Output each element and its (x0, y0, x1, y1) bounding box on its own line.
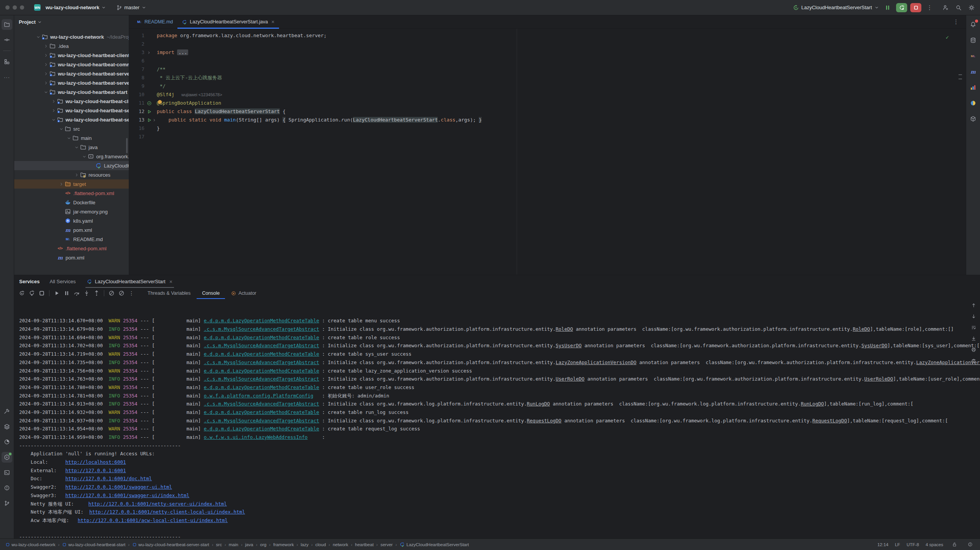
close-window-icon[interactable] (5, 5, 10, 10)
breadcrumb-item[interactable]: server (381, 542, 393, 547)
run-configuration-selector[interactable]: LazyCloudHeartbeatServerStart (793, 5, 879, 11)
tool-stripe-structure-button[interactable] (2, 56, 12, 67)
tool-stripe-version-control-button[interactable] (2, 498, 12, 509)
tool-stripe-charts-plugin-button[interactable] (968, 82, 978, 93)
logger-link[interactable]: e.d.p.m.d.LazyOperationMethodCreateTable (204, 318, 319, 323)
logger-link[interactable]: e.d.p.m.d.LazyOperationMethodCreateTable (204, 335, 319, 340)
tree-expand-icon[interactable] (43, 80, 49, 85)
close-icon[interactable]: × (169, 279, 172, 285)
add-user-button[interactable] (941, 3, 950, 12)
tree-expand-icon[interactable] (43, 44, 49, 49)
tree-row[interactable]: main (14, 133, 129, 143)
run-method-icon[interactable] (147, 118, 152, 123)
tool-stripe-services-button[interactable] (2, 452, 12, 463)
logger-link[interactable]: .c.s.m.MysqlSourceAdvancedTargetAbstract (204, 360, 319, 365)
services-title[interactable]: Services (19, 279, 40, 284)
window-controls[interactable] (5, 5, 27, 10)
error-stripe-mark[interactable] (959, 79, 962, 79)
tree-expand-icon[interactable] (43, 62, 49, 67)
status-caret-position[interactable]: 12:14 (877, 542, 888, 547)
breadcrumb-item[interactable]: cloud (315, 542, 326, 547)
tree-row[interactable]: org.framework.lazy.c (14, 152, 129, 161)
breadcrumb-item[interactable]: org (260, 542, 266, 547)
tool-stripe-dependencies-button[interactable] (968, 113, 978, 124)
breadcrumb-item[interactable]: wu-lazy-cloud-heartbeat-server-start (132, 542, 209, 547)
tree-row[interactable]: .idea (14, 41, 129, 51)
tree-row[interactable]: wu-lazy-cloud-heartbeat-serv (14, 115, 129, 124)
tree-row[interactable]: wu-lazy-cloud-heartbeat-clien (14, 97, 129, 106)
url-link[interactable]: http://127.0.0.1:6001/swagger-ui/index.h… (65, 493, 189, 498)
tree-row[interactable]: wu-lazy-cloud-heartbeat-server (14, 69, 129, 78)
status-line-ending[interactable]: LF (895, 542, 900, 547)
tree-collapse-icon[interactable] (35, 34, 42, 39)
tool-stripe-python-plugin-button[interactable] (968, 98, 978, 108)
tree-collapse-icon[interactable] (58, 126, 65, 131)
tool-stripe-terminal-button[interactable] (2, 467, 12, 478)
tab-actuator[interactable]: Actuator (226, 288, 262, 299)
maximize-window-icon[interactable] (20, 5, 24, 10)
tree-expand-icon[interactable] (43, 71, 49, 76)
fold-icon[interactable] (152, 118, 156, 122)
tree-collapse-icon[interactable] (66, 136, 72, 141)
logger-link[interactable]: .c.s.m.MysqlSourceAdvancedTargetAbstract (204, 418, 319, 424)
tool-stripe-database-button[interactable] (968, 35, 978, 46)
tool-stripe-profiler-button[interactable] (2, 437, 12, 447)
breadcrumb-item[interactable]: heartbeat (355, 542, 374, 547)
tree-row[interactable]: </>.flattened-pom.xml (14, 189, 129, 198)
url-link[interactable]: http://127.0.0.1:6001/netty-server-ui/in… (89, 501, 227, 507)
spring-bean-icon[interactable] (147, 101, 152, 106)
logger-link[interactable]: .c.s.m.MysqlSourceAdvancedTargetAbstract (204, 376, 319, 382)
tool-stripe-project-button[interactable] (2, 19, 12, 30)
tree-row[interactable]: java (14, 143, 129, 152)
url-link[interactable]: http://127.0.0.1:6001/swagger-ui.html (65, 484, 172, 490)
logger-link[interactable]: .c.s.m.MysqlSourceAdvancedTargetAbstract (204, 401, 319, 407)
tab-console[interactable]: Console (197, 288, 225, 299)
logger-link[interactable]: .c.s.m.MysqlSourceAdvancedTargetAbstract (204, 343, 319, 348)
tool-stripe-problems-button[interactable] (2, 483, 12, 493)
logger-link[interactable]: e.d.p.m.d.LazyOperationMethodCreateTable (204, 384, 319, 390)
error-indicator-button[interactable] (965, 540, 975, 549)
pause-button[interactable] (62, 289, 71, 298)
tab-run-configuration[interactable]: LazyCloudHeartbeatServerStart × (85, 275, 174, 288)
logger-link[interactable]: e.d.p.m.d.LazyOperationMethodCreateTable (204, 409, 319, 415)
breadcrumb-item[interactable]: LazyCloudHeartbeatServerStart (400, 542, 469, 547)
tree-row[interactable]: </>.flattened-pom.xml (14, 244, 129, 253)
rerun-button[interactable] (17, 289, 26, 298)
step-over-button[interactable] (72, 289, 81, 298)
step-into-button[interactable] (82, 289, 91, 298)
url-link[interactable]: http://127.0.0.1:6001 (65, 468, 126, 473)
tree-collapse-icon[interactable] (73, 145, 80, 150)
mute-breakpoints-button[interactable] (107, 289, 116, 298)
stop-button[interactable] (910, 3, 921, 12)
minimize-window-icon[interactable] (13, 5, 17, 10)
tree-row[interactable]: wu-lazy-cloud-heartbeat-start (14, 87, 129, 97)
stop-button[interactable] (37, 289, 46, 298)
tree-expand-icon[interactable] (50, 108, 57, 113)
breadcrumb-item[interactable]: framework (273, 542, 294, 547)
resume-button[interactable] (52, 289, 61, 298)
status-file-encoding[interactable]: UTF-8 (906, 542, 919, 547)
breadcrumb-item[interactable]: lazy (300, 542, 308, 547)
scroll-to-end-button[interactable] (970, 335, 977, 342)
tree-row[interactable]: target (14, 179, 129, 189)
tool-stripe-build-button[interactable] (2, 406, 12, 417)
breadcrumb-item[interactable]: main (229, 542, 238, 547)
tree-row[interactable]: LazyCloudHeartb (14, 161, 129, 170)
branch-selector[interactable]: master (114, 3, 149, 12)
tree-expand-icon[interactable] (43, 53, 49, 58)
scroll-down-button[interactable] (970, 313, 977, 320)
tree-scrollbar[interactable] (126, 138, 128, 153)
status-indent[interactable]: 4 spaces (926, 542, 943, 547)
scroll-up-button[interactable] (970, 302, 977, 309)
tree-row[interactable]: mpom.xml (14, 225, 129, 235)
tree-row[interactable]: src (14, 124, 129, 133)
project-panel-header[interactable]: Project (14, 15, 129, 28)
tab-threads-variables[interactable]: Threads & Variables (142, 288, 196, 299)
tree-row[interactable]: mpom.xml (14, 253, 129, 262)
url-link[interactable]: http://127.0.0.1:6001/netty-client-local… (89, 509, 245, 515)
breadcrumb-item[interactable]: src (216, 542, 222, 547)
rerun-debug-button[interactable] (27, 289, 36, 298)
settings-button[interactable] (967, 3, 976, 12)
tree-row[interactable]: jar-memory.png (14, 207, 129, 216)
more-options-button[interactable]: ⋮ (127, 289, 136, 298)
